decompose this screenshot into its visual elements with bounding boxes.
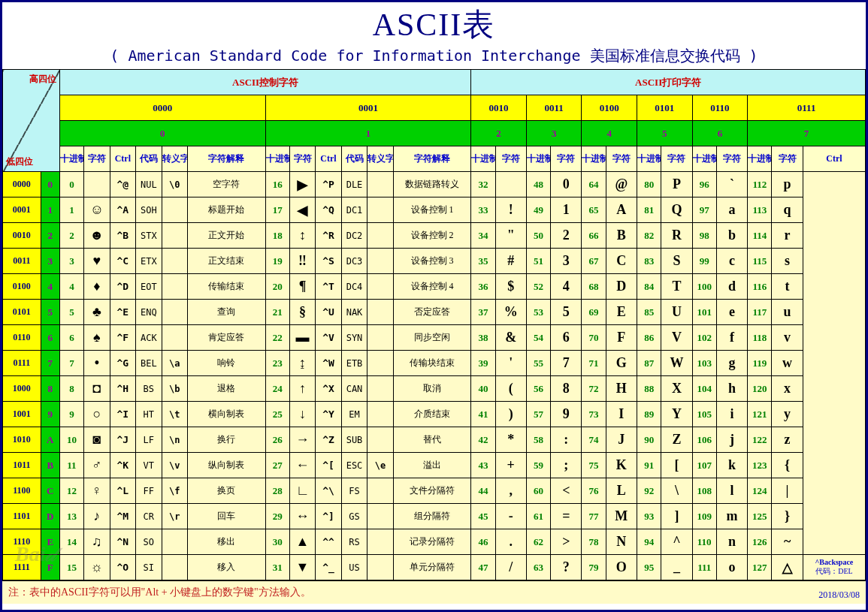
dec-cell: 79: [582, 555, 606, 580]
ctrl-empty-col: [803, 172, 865, 555]
char-cell: =: [551, 504, 582, 529]
row-val: 3: [41, 249, 59, 274]
dec-cell: 122: [748, 427, 772, 453]
esc-cell: \n: [162, 427, 188, 453]
char-cell: △: [772, 555, 803, 580]
col-dec: 十进制: [471, 146, 495, 172]
ctrl-cell: ^@: [110, 172, 136, 197]
dec-cell: 109: [692, 504, 716, 529]
code-cell: ETB: [341, 351, 367, 376]
char-cell: 5: [551, 300, 582, 325]
char-cell: ∟: [289, 478, 316, 504]
dec-cell: 62: [526, 529, 550, 555]
char-cell: ▼: [289, 555, 316, 580]
row-val: 9: [41, 402, 59, 427]
char-cell: E: [606, 300, 637, 325]
char-cell: |: [772, 478, 803, 504]
code-cell: BS: [136, 376, 162, 402]
table-row: 100088◘^HBS\b退格24↑^XCAN取消40(56872H88X104…: [3, 376, 866, 402]
char-cell: {: [772, 453, 803, 478]
section-print-chars: ASCII打印字符: [471, 70, 866, 95]
char-cell: ": [495, 223, 526, 249]
row-bits: 0011: [3, 249, 41, 274]
char-cell: ♫: [84, 529, 110, 555]
dec-cell: 104: [692, 376, 716, 402]
char-cell: ‼: [289, 249, 316, 274]
char-cell: ↨: [289, 351, 316, 376]
char-cell: s: [772, 249, 803, 274]
dec-cell: 31: [265, 555, 289, 580]
char-cell: 1: [551, 197, 582, 223]
esc-cell: \a: [162, 351, 188, 376]
ctrl-cell: ^U: [316, 300, 342, 325]
dec-cell: 30: [265, 529, 289, 555]
dec-cell: 49: [526, 197, 550, 223]
dec-cell: 90: [637, 427, 661, 453]
dec-cell: 22: [265, 325, 289, 351]
ctrl-cell: ^Z: [316, 427, 342, 453]
dec-cell: 48: [526, 172, 550, 197]
dec-cell: 55: [526, 351, 550, 376]
dec-cell: 9: [59, 402, 83, 427]
dec-cell: 100: [692, 274, 716, 300]
ctrl-cell: ^X: [316, 376, 342, 402]
col-expl: 字符解释: [393, 146, 471, 172]
esc-cell: [162, 274, 188, 300]
char-cell: /: [495, 555, 526, 580]
dec-cell: 25: [265, 402, 289, 427]
header-row-vals: 0 1 2 3 4 5 6 7: [3, 121, 866, 146]
row-bits: 1111: [3, 555, 41, 580]
dec-cell: 91: [637, 453, 661, 478]
dec-cell: 40: [471, 376, 495, 402]
esc-cell: [367, 478, 394, 504]
dec-cell: 76: [582, 478, 606, 504]
dec-cell: 6: [59, 325, 83, 351]
high-val-1: 1: [265, 121, 471, 146]
dec-cell: 2: [59, 223, 83, 249]
char-cell: [: [661, 453, 692, 478]
char-cell: 3: [551, 249, 582, 274]
row-bits: 0111: [3, 351, 41, 376]
char-cell: g: [716, 351, 747, 376]
dec-cell: 53: [526, 300, 550, 325]
high-bits-1: 0001: [265, 95, 471, 121]
expl-cell: 正文开始: [188, 223, 266, 249]
dec-cell: 123: [748, 453, 772, 478]
char-cell: Y: [661, 402, 692, 427]
code-cell: DC1: [341, 197, 367, 223]
col-char: 字符: [495, 146, 526, 172]
dec-cell: 66: [582, 223, 606, 249]
header-row-columns: 十进制 字符 Ctrl 代码 转义字符 字符解释 十进制 字符 Ctrl 代码 …: [3, 146, 866, 172]
char-cell: u: [772, 300, 803, 325]
col-dec: 十进制: [748, 146, 772, 172]
code-cell: DC3: [341, 249, 367, 274]
char-cell: ☼: [84, 555, 110, 580]
ctrl-cell: ^O: [110, 555, 136, 580]
code-cell: SUB: [341, 427, 367, 453]
dec-cell: 57: [526, 402, 550, 427]
char-cell: x: [772, 376, 803, 402]
expl-cell: 回车: [188, 504, 266, 529]
dec-cell: 117: [748, 300, 772, 325]
code-cell: GS: [341, 504, 367, 529]
row-bits: 1101: [3, 504, 41, 529]
dec-cell: 26: [265, 427, 289, 453]
char-cell: ;: [551, 453, 582, 478]
char-cell: `: [716, 172, 747, 197]
page-subtitle: ( American Standard Code for Information…: [2, 46, 866, 69]
char-cell: C: [606, 249, 637, 274]
ctrl-del-cell: ^Backspace代码：DEL: [803, 555, 865, 580]
dec-cell: 13: [59, 504, 83, 529]
char-cell: ◙: [84, 427, 110, 453]
char-cell: ': [495, 351, 526, 376]
dec-cell: 78: [582, 529, 606, 555]
code-cell: SOH: [136, 197, 162, 223]
char-cell: ↑: [289, 376, 316, 402]
expl-cell: 设备控制 2: [393, 223, 471, 249]
dec-cell: 1: [59, 197, 83, 223]
code-cell: ENQ: [136, 300, 162, 325]
esc-cell: [367, 274, 394, 300]
dec-cell: 106: [692, 427, 716, 453]
esc-cell: [162, 325, 188, 351]
esc-cell: [162, 249, 188, 274]
